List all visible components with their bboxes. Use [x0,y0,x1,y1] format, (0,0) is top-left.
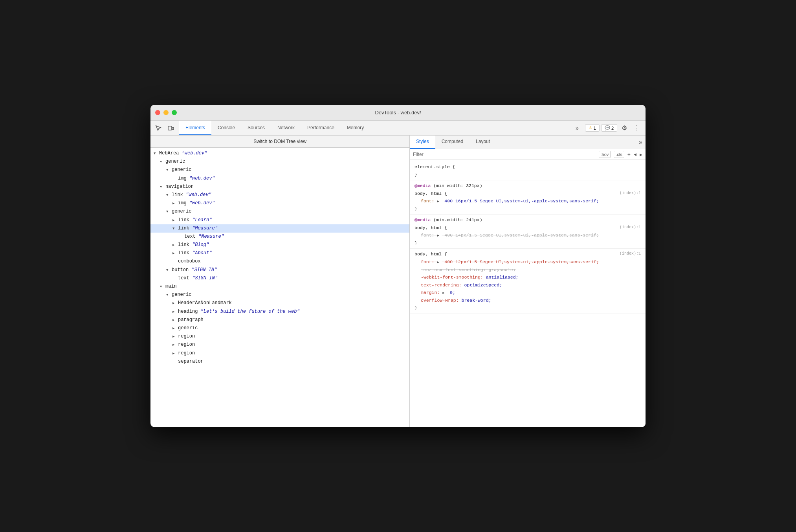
tree-row[interactable]: text "SIGN IN" [150,274,409,283]
tree-expand-arrow[interactable] [172,308,178,316]
tree-row[interactable]: main [150,283,409,291]
more-tabs-button[interactable]: » [572,121,582,135]
tree-expand-arrow[interactable] [172,249,178,257]
filter-extra-icon: ◀ [634,152,636,156]
dom-panel: Switch to DOM Tree view WebArea "web.dev… [150,136,410,427]
tree-row[interactable]: img "web.dev" [150,199,409,207]
tab-elements[interactable]: Elements [179,121,211,135]
tree-expand-arrow[interactable] [172,241,178,249]
message-icon: 💬 [605,125,610,130]
tree-row[interactable]: img "web.dev" [150,174,409,183]
css-close-brace: } [415,239,641,247]
add-style-button[interactable]: + [627,151,631,158]
tree-expand-arrow[interactable] [166,191,172,199]
css-property-line: -webkit-font-smoothing: antialiased; [415,273,641,281]
tab-icon-group [150,121,179,135]
tree-row[interactable]: link "Learn" [150,216,409,224]
settings-icon[interactable]: ⚙ [619,123,630,134]
css-block-media-241: @media (min-width: 241px) body, html { (… [410,215,646,249]
more-options-icon[interactable]: ⋮ [631,123,642,134]
toggle-panel-button[interactable]: ▸ [640,151,642,158]
css-source-link[interactable]: (index):1 [620,250,641,257]
tree-row[interactable]: link "web.dev" [150,191,409,199]
tree-row[interactable]: HeaderAsNonLandmark [150,299,409,307]
tree-row[interactable]: navigation [150,183,409,191]
tree-row[interactable]: generic [150,166,409,174]
svg-rect-1 [172,127,174,130]
tree-expand-arrow[interactable] [172,200,178,207]
tree-row[interactable]: combobox [150,257,409,266]
tree-row[interactable]: paragraph [150,316,409,324]
tree-row[interactable]: region [150,332,409,341]
tree-expand-arrow[interactable] [160,283,165,290]
tree-expand-arrow[interactable] [166,208,172,215]
tab-sources[interactable]: Sources [241,121,271,135]
svg-rect-0 [168,126,172,130]
tab-network[interactable]: Network [271,121,301,135]
warning-badge[interactable]: ⚠ 1 [585,124,600,132]
tree-expand-arrow[interactable] [160,158,165,165]
hov-button[interactable]: :hov [599,151,611,158]
tab-layout[interactable]: Layout [470,136,496,149]
tree-row[interactable]: WebArea "web.dev" [150,149,409,158]
close-button[interactable] [155,110,160,115]
styles-more-tabs[interactable]: » [636,136,646,149]
tree-row[interactable]: separator [150,358,409,366]
tree-row[interactable]: region [150,341,409,349]
maximize-button[interactable] [172,110,177,115]
css-media-line: @media (min-width: 241px) [415,216,641,224]
tree-expand-arrow[interactable] [154,150,159,157]
tree-row[interactable]: generic [150,207,409,216]
tree-row-selected[interactable]: link "Measure" [150,224,409,233]
css-source-link[interactable]: (index):1 [620,190,641,196]
styles-tab-bar: Styles Computed Layout » [410,136,646,149]
tree-row[interactable]: generic [150,291,409,299]
tree-expand-arrow[interactable] [172,341,178,349]
info-badge[interactable]: 💬 2 [601,124,617,132]
tree-expand-arrow[interactable] [172,316,178,324]
dom-tree[interactable]: WebArea "web.dev" generic generic [150,148,409,427]
tab-actions: ⚠ 1 💬 2 ⚙ ⋮ [582,121,646,135]
tree-row[interactable]: button "SIGN IN" [150,266,409,274]
styles-filter-input[interactable] [413,152,596,157]
tree-row[interactable]: heading "Let's build the future of the w… [150,308,409,316]
tree-row[interactable]: text "Measure" [150,233,409,241]
styles-filter-bar: :hov .cls + ◀ ▸ [410,149,646,160]
css-close-brace: } [415,205,641,213]
tab-performance[interactable]: Performance [301,121,341,135]
css-selector-line: body, html { (index):1 [415,190,641,198]
tree-expand-arrow[interactable] [172,225,178,232]
cls-button[interactable]: .cls [614,151,624,158]
tree-expand-arrow[interactable] [172,216,178,224]
css-property-line: font: ▶ 400 12px/1.5 Segoe UI,system-ui,… [415,258,641,266]
tree-row[interactable]: generic [150,324,409,332]
styles-panel: Styles Computed Layout » :hov .cls + ◀ ▸ [410,136,646,427]
css-block-body-html: body, html { (index):1 font: ▶ 400 12px/… [410,249,646,314]
title-bar: DevTools - web.dev/ [150,105,646,121]
tab-memory[interactable]: Memory [341,121,370,135]
tab-styles[interactable]: Styles [410,136,435,149]
tree-row[interactable]: region [150,349,409,358]
device-mode-icon[interactable] [166,123,176,133]
css-block-element-style: element.style { } [410,161,646,180]
tree-row[interactable]: link "About" [150,249,409,257]
tree-expand-arrow[interactable] [160,183,165,191]
tree-row[interactable]: link "Blog" [150,241,409,249]
main-tabs: Elements Console Sources Network Perform… [179,121,572,135]
tree-expand-arrow[interactable] [172,325,178,332]
tree-expand-arrow[interactable] [172,333,178,340]
css-media-line: @media (min-width: 321px) [415,182,641,190]
css-source-link[interactable]: (index):1 [620,224,641,231]
tab-console[interactable]: Console [211,121,241,135]
tree-expand-arrow[interactable] [172,350,178,357]
minimize-button[interactable] [163,110,169,115]
tree-expand-arrow[interactable] [172,299,178,307]
tree-row[interactable]: generic [150,158,409,166]
tab-computed[interactable]: Computed [435,136,470,149]
css-selector-line: body, html { (index):1 [415,224,641,232]
select-element-icon[interactable] [154,123,163,133]
dom-toolbar[interactable]: Switch to DOM Tree view [150,136,409,148]
tree-expand-arrow[interactable] [166,266,172,274]
tree-expand-arrow[interactable] [166,291,172,299]
tree-expand-arrow[interactable] [166,166,172,174]
